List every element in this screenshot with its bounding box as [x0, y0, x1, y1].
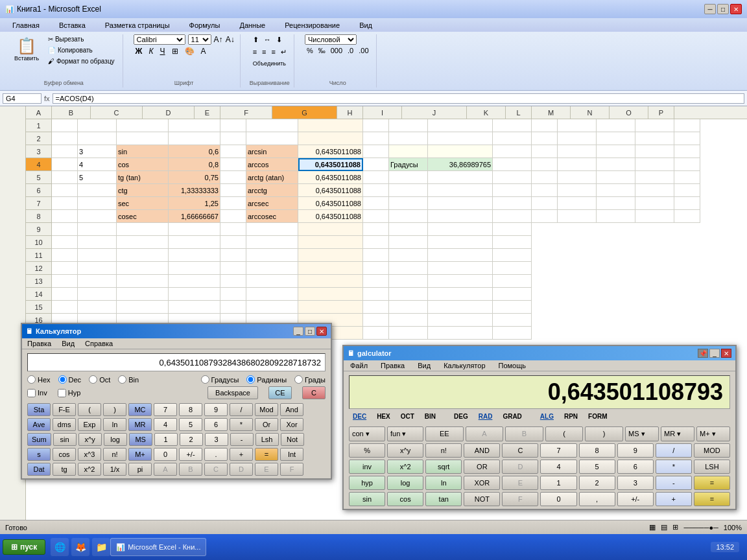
col-header-g[interactable]: G: [272, 106, 337, 119]
6-button[interactable]: 6: [204, 418, 228, 431]
calc-bin-option[interactable]: Bin: [118, 375, 139, 384]
col-header-h[interactable]: H: [337, 106, 363, 119]
row-header-5[interactable]: 5: [26, 171, 51, 184]
galc-8-button[interactable]: 8: [579, 443, 615, 458]
col-header-m[interactable]: M: [532, 106, 571, 119]
galc-6-button[interactable]: 6: [617, 460, 654, 474]
subtract-button[interactable]: -: [230, 433, 254, 446]
italic-button[interactable]: К: [147, 46, 155, 56]
x2-button[interactable]: x^2: [78, 463, 101, 476]
galc-divide-button[interactable]: /: [656, 443, 692, 458]
galc-or-button[interactable]: OR: [464, 460, 500, 474]
open-paren-button[interactable]: (: [78, 403, 101, 416]
cell-c8[interactable]: cosec: [117, 210, 169, 223]
cell-d1[interactable]: [169, 119, 220, 132]
col-header-k[interactable]: K: [467, 106, 506, 119]
col-header-c[interactable]: C: [91, 106, 143, 119]
cell-d2[interactable]: [169, 132, 220, 145]
ce-button[interactable]: CE: [268, 386, 292, 399]
cos-button[interactable]: cos: [53, 448, 76, 461]
col-header-e[interactable]: E: [195, 106, 220, 119]
calc-menu-pravka[interactable]: Правка: [22, 338, 56, 349]
0-button[interactable]: 0: [154, 448, 177, 461]
cell-g2[interactable]: [298, 132, 363, 145]
cell-c7[interactable]: sec: [117, 197, 169, 210]
wrap-text-button[interactable]: ↵: [279, 47, 289, 58]
galc-e-button[interactable]: E: [502, 476, 538, 490]
1-button[interactable]: 1: [154, 433, 178, 446]
close-paren-button[interactable]: ): [103, 403, 126, 416]
align-middle-button[interactable]: ↔: [262, 34, 273, 45]
close-button[interactable]: ✕: [730, 4, 742, 14]
galc-tan-button[interactable]: tan: [425, 492, 462, 506]
cell-j1[interactable]: [428, 119, 493, 132]
galc-2-button[interactable]: 2: [579, 476, 615, 490]
galc-plusminus-button[interactable]: +/-: [617, 492, 654, 506]
col-header-b[interactable]: B: [52, 106, 91, 119]
cell-e4[interactable]: [220, 158, 246, 171]
cell-f4[interactable]: arccos: [246, 158, 298, 171]
format-painter-button[interactable]: 🖌 Формат по образцу: [45, 56, 117, 66]
sin-button[interactable]: sin: [53, 433, 77, 446]
and-button[interactable]: And: [280, 403, 303, 416]
backspace-button[interactable]: Backspace: [208, 386, 258, 399]
cell-g4[interactable]: 0,6435011088: [298, 158, 363, 171]
galc-multiply-button[interactable]: *: [656, 460, 692, 474]
or-button[interactable]: Or: [255, 418, 278, 431]
layout-preview-icon[interactable]: ⊞: [672, 523, 678, 531]
mplus-button[interactable]: M+: [128, 448, 152, 461]
fe-button[interactable]: F-E: [53, 403, 76, 416]
galc-x2-button[interactable]: x^2: [387, 460, 423, 474]
galc-log-button[interactable]: log: [387, 476, 423, 490]
cell-f3[interactable]: arcsin: [246, 145, 298, 158]
dot-button[interactable]: .: [204, 448, 228, 461]
underline-button[interactable]: Ч: [158, 46, 167, 56]
galc-menu-file[interactable]: Файл: [344, 360, 374, 371]
calc-inv-check[interactable]: Inv: [27, 386, 47, 399]
col-header-i[interactable]: I: [363, 106, 402, 119]
cell-a2[interactable]: [52, 132, 78, 145]
cut-button[interactable]: ✂ Вырезать: [45, 34, 117, 44]
row-header-1[interactable]: 1: [26, 119, 51, 132]
align-bottom-button[interactable]: ⬇: [274, 34, 284, 45]
galc-4-button[interactable]: 4: [540, 460, 576, 474]
galc-not-button[interactable]: NOT: [464, 492, 500, 506]
galc-add-button[interactable]: +: [656, 492, 692, 506]
galc-con-button[interactable]: con ▾: [349, 426, 385, 441]
cell-d5[interactable]: 0,75: [169, 171, 220, 184]
calc-maximize[interactable]: □: [305, 327, 315, 336]
galc-dec-mode[interactable]: DEC: [349, 412, 370, 421]
cell-g5[interactable]: 0,6435011088: [298, 171, 363, 184]
calc-oct-option[interactable]: Oct: [89, 375, 110, 384]
tab-glavnaya[interactable]: Главная: [3, 18, 49, 32]
copy-button[interactable]: 📄 Копировать: [45, 45, 117, 55]
col-header-l[interactable]: L: [506, 106, 532, 119]
calc-grady-option[interactable]: Грады: [294, 375, 326, 384]
cell-d3[interactable]: 0,6: [169, 145, 220, 158]
galc-b-button[interactable]: B: [505, 426, 543, 441]
calc-menu-vid[interactable]: Вид: [56, 338, 80, 349]
5-button[interactable]: 5: [179, 418, 202, 431]
add-button[interactable]: +: [230, 448, 253, 461]
calc-dec-option[interactable]: Dec: [58, 375, 82, 384]
cell-f1[interactable]: [246, 119, 298, 132]
taskbar-excel-item[interactable]: 📊 Microsoft Excel - Кни...: [110, 538, 206, 556]
galc-5-button[interactable]: 5: [579, 460, 615, 474]
multiply-button[interactable]: *: [230, 418, 253, 431]
s-button[interactable]: s: [27, 448, 51, 461]
f-button[interactable]: F: [280, 463, 303, 476]
row-header-12[interactable]: 12: [26, 262, 51, 275]
galc-9-button[interactable]: 9: [617, 443, 654, 458]
7-button[interactable]: 7: [154, 403, 177, 416]
row-header-8[interactable]: 8: [26, 210, 51, 223]
galc-deg-mode[interactable]: DEG: [450, 412, 472, 421]
cell-e2[interactable]: [220, 132, 246, 145]
e-button[interactable]: E: [255, 463, 278, 476]
calc-minimize[interactable]: _: [293, 327, 303, 336]
mod-button[interactable]: Mod: [255, 403, 278, 416]
cell-c2[interactable]: [117, 132, 169, 145]
inc-decimal-button[interactable]: .0: [346, 46, 355, 55]
cell-a4[interactable]: [52, 158, 78, 171]
cell-e3[interactable]: [220, 145, 246, 158]
cell-c4[interactable]: cos: [117, 158, 169, 171]
